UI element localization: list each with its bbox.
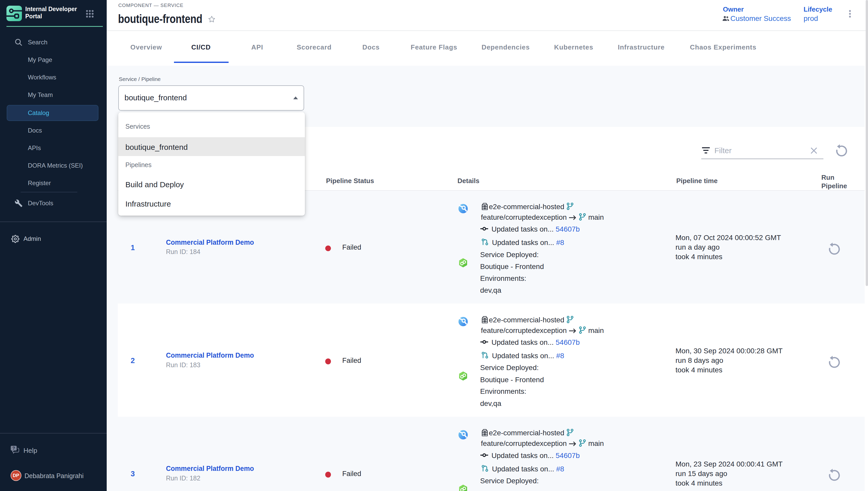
svg-text:?: ? [12, 446, 15, 451]
